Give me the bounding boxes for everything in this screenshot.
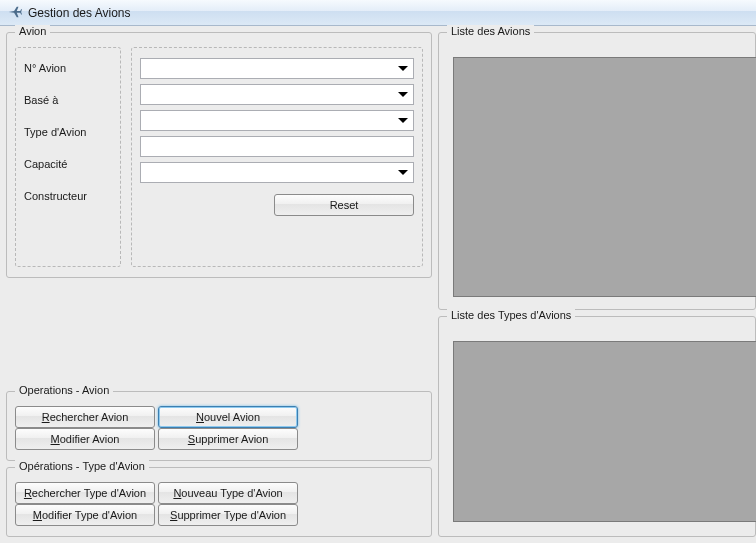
workspace: Avion N° Avion Basé à Type d'Avion Capac… [0, 26, 756, 543]
fields-pane: Reset [131, 47, 423, 267]
window-title: Gestion des Avions [28, 6, 131, 20]
liste-avions-groupbox: Liste des Avions [438, 32, 756, 310]
spacer [6, 284, 432, 385]
supprimer-avion-button[interactable]: Supprimer Avion [158, 428, 298, 450]
label-constructeur: Constructeur [24, 186, 112, 207]
nouveau-type-button[interactable]: Nouveau Type d'Avion [158, 482, 298, 504]
num-avion-select[interactable] [140, 58, 414, 79]
modifier-avion-button[interactable]: Modifier Avion [15, 428, 155, 450]
supprimer-type-button[interactable]: Supprimer Type d'Avion [158, 504, 298, 526]
capacite-input[interactable] [140, 136, 414, 157]
left-column: Avion N° Avion Basé à Type d'Avion Capac… [6, 32, 432, 537]
reset-button[interactable]: Reset [274, 194, 414, 216]
rechercher-avion-button[interactable]: Rechercher Avion [15, 406, 155, 428]
constructeur-select[interactable] [140, 162, 414, 183]
label-type: Type d'Avion [24, 122, 112, 143]
label-capacite: Capacité [24, 154, 112, 175]
liste-avions-legend: Liste des Avions [447, 25, 534, 37]
modifier-type-button[interactable]: Modifier Type d'Avion [15, 504, 155, 526]
ops-avion-legend: Operations - Avion [15, 384, 113, 396]
nouvel-avion-button[interactable]: Nouvel Avion [158, 406, 298, 428]
right-column: Liste des Avions Liste des Types d'Avion… [438, 32, 756, 537]
title-bar: Gestion des Avions [0, 0, 756, 26]
operations-avion-groupbox: Operations - Avion Rechercher Avion Nouv… [6, 391, 432, 461]
liste-types-groupbox: Liste des Types d'Avions [438, 316, 756, 537]
rechercher-type-button[interactable]: Rechercher Type d'Avion [15, 482, 155, 504]
airplane-icon [8, 4, 22, 21]
label-num-avion: N° Avion [24, 58, 112, 79]
liste-types-grid[interactable] [453, 341, 756, 522]
liste-avions-grid[interactable] [453, 57, 756, 297]
base-select[interactable] [140, 84, 414, 105]
avion-legend: Avion [15, 25, 50, 37]
operations-type-groupbox: Opérations - Type d'Avion Rechercher Typ… [6, 467, 432, 537]
labels-pane: N° Avion Basé à Type d'Avion Capacité Co… [15, 47, 121, 267]
type-avion-select[interactable] [140, 110, 414, 131]
ops-type-legend: Opérations - Type d'Avion [15, 460, 149, 472]
label-base: Basé à [24, 90, 112, 111]
liste-types-legend: Liste des Types d'Avions [447, 309, 575, 321]
avion-groupbox: Avion N° Avion Basé à Type d'Avion Capac… [6, 32, 432, 278]
